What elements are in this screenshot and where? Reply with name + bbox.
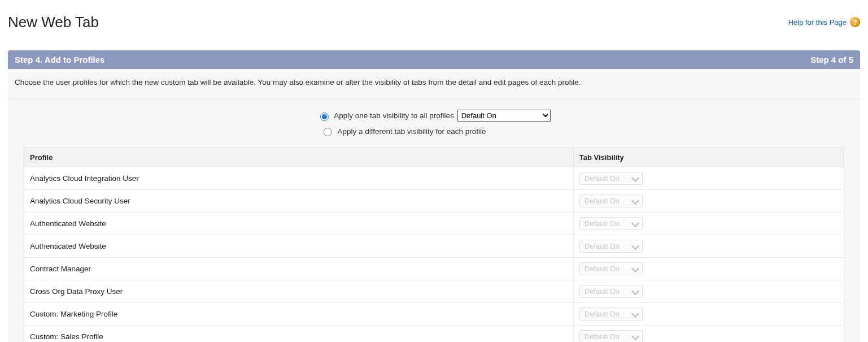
profile-name: Authenticated Website [24,213,574,235]
profile-visibility-select[interactable]: Default OnDefault OffTab Hidden [579,194,643,207]
profile-name: Contract Manager [24,258,574,280]
profile-visibility-cell: Default OnDefault OffTab Hidden [573,235,844,258]
page-title: New Web Tab [8,14,99,31]
section-header: Step 4. Add to Profiles Step 4 of 5 [8,50,860,69]
help-link-label: Help for this Page [788,18,847,27]
profile-visibility-cell: Default OnDefault OffTab Hidden [573,167,844,190]
table-row: Custom: Marketing ProfileDefault OnDefau… [24,303,844,326]
profile-name: Authenticated Website [24,235,574,258]
profile-visibility-cell: Default OnDefault OffTab Hidden [573,303,844,326]
table-row: Analytics Cloud Integration UserDefault … [24,167,844,190]
apply-all-radio[interactable] [320,112,329,121]
profile-name: Analytics Cloud Security User [24,190,574,213]
profile-visibility-select[interactable]: Default OnDefault OffTab Hidden [579,240,643,253]
table-row: Custom: Sales ProfileDefault OnDefault O… [24,326,844,343]
profile-visibility-select[interactable]: Default OnDefault OffTab Hidden [579,217,643,230]
help-icon: ? [850,17,860,27]
profile-name: Cross Org Data Proxy User [24,280,574,303]
column-visibility: Tab Visibility [573,148,844,167]
profile-visibility-select[interactable]: Default OnDefault OffTab Hidden [579,262,643,275]
table-row: Contract ManagerDefault OnDefault OffTab… [24,258,844,280]
profile-visibility-cell: Default OnDefault OffTab Hidden [573,280,844,303]
profile-visibility-select[interactable]: Default OnDefault OffTab Hidden [579,285,643,298]
table-row: Authenticated WebsiteDefault OnDefault O… [24,235,844,258]
column-profile: Profile [24,148,574,167]
visibility-mode-options: Apply one tab visibility to all profiles… [8,99,860,148]
global-visibility-select[interactable]: Default OnDefault OffTab Hidden [457,110,551,122]
section-title: Step 4. Add to Profiles [15,55,104,64]
profile-visibility-cell: Default OnDefault OffTab Hidden [573,258,844,280]
profiles-table: Profile Tab Visibility Analytics Cloud I… [24,148,844,342]
profile-name: Custom: Marketing Profile [24,303,574,326]
apply-each-label: Apply a different tab visibility for eac… [337,127,486,136]
profile-visibility-cell: Default OnDefault OffTab Hidden [573,190,844,213]
table-row: Authenticated WebsiteDefault OnDefault O… [24,213,844,235]
profile-name: Custom: Sales Profile [24,326,574,343]
profile-visibility-cell: Default OnDefault OffTab Hidden [573,213,844,235]
instructions-text: Choose the user profiles for which the n… [8,69,860,99]
profile-visibility-select[interactable]: Default OnDefault OffTab Hidden [579,172,643,185]
table-row: Analytics Cloud Security UserDefault OnD… [24,190,844,213]
profile-visibility-cell: Default OnDefault OffTab Hidden [573,326,844,343]
profile-visibility-select[interactable]: Default OnDefault OffTab Hidden [579,308,643,321]
help-link[interactable]: Help for this Page ? [788,17,860,27]
step-indicator: Step 4 of 5 [810,55,853,64]
apply-each-radio[interactable] [324,128,332,136]
apply-all-label: Apply one tab visibility to all profiles [334,111,453,120]
profile-visibility-select[interactable]: Default OnDefault OffTab Hidden [579,330,643,342]
profile-name: Analytics Cloud Integration User [24,167,574,190]
table-row: Cross Org Data Proxy UserDefault OnDefau… [24,280,844,303]
